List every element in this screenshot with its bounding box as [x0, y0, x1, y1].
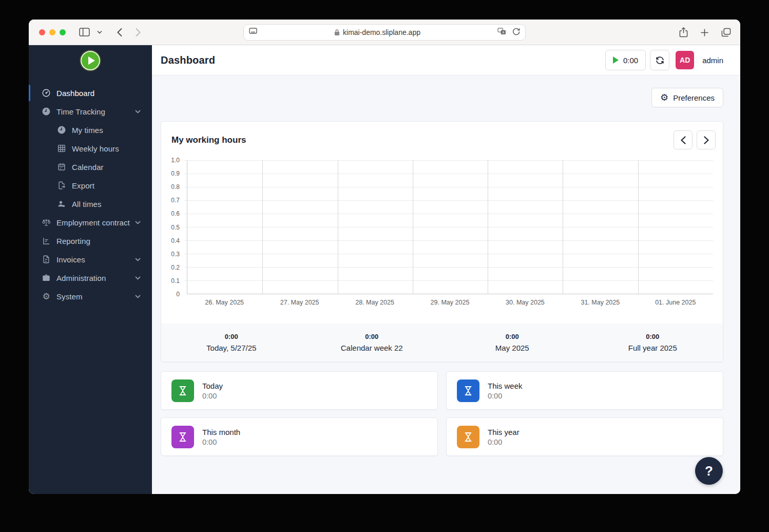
gridline — [184, 254, 713, 254]
sidebar: Dashboard Time Tracking — [29, 45, 152, 494]
stat-label: This week — [488, 382, 523, 390]
stat-label: This month — [202, 428, 240, 436]
sidebar-item-label: Calendar — [72, 163, 104, 172]
x-tick-label: 26. May 2025 — [187, 299, 262, 306]
sidebar-item-reporting[interactable]: Reporting — [29, 232, 152, 250]
x-tick-label: 30. May 2025 — [488, 299, 563, 306]
y-tick-label: 0.4 — [171, 237, 180, 244]
sidebar-item-label: My times — [72, 126, 103, 135]
urlbar-actions: a — [497, 27, 520, 37]
working-hours-card: My working hours — [161, 121, 723, 362]
gridline — [184, 200, 713, 201]
sidebar-item-system[interactable]: ⚙ System — [29, 287, 152, 306]
sidebar-item-export[interactable]: Export — [29, 176, 152, 195]
stat-text: This week 0:00 — [488, 382, 523, 400]
page-format-icon[interactable] — [249, 28, 257, 37]
sidebar-item-calendar[interactable]: Calendar — [29, 158, 152, 176]
desktop-background: kimai-demo.sliplane.app a — [0, 0, 769, 532]
sidebar-item-administration[interactable]: Administration — [29, 269, 152, 287]
hourglass-icon — [171, 379, 194, 402]
chevron-left-icon — [681, 136, 686, 144]
reload-icon[interactable] — [512, 27, 520, 37]
sidebar-item-label: All times — [72, 200, 102, 208]
new-tab-icon[interactable] — [700, 28, 709, 37]
url-text-group: kimai-demo.sliplane.app — [257, 28, 497, 36]
gridline — [184, 267, 713, 268]
sidebar-item-label: Administration — [56, 274, 106, 282]
gridline — [184, 187, 713, 187]
users-icon — [56, 199, 67, 208]
tab-group-chevron-icon[interactable] — [97, 30, 102, 34]
gridline — [184, 280, 713, 281]
stat-label: This year — [488, 428, 520, 436]
gridline — [184, 214, 713, 214]
summary-month: 0:00 May 2025 — [442, 333, 583, 352]
tab-overview-icon[interactable] — [721, 28, 731, 37]
sidebar-item-weekly-hours[interactable]: Weekly hours — [29, 139, 152, 158]
user-name[interactable]: admin — [702, 56, 723, 65]
chevron-down-icon — [135, 276, 141, 280]
x-tick-label: 28. May 2025 — [337, 299, 412, 306]
refresh-button[interactable] — [650, 50, 669, 70]
refresh-icon — [655, 55, 665, 65]
stat-value: 0:00 — [488, 392, 523, 400]
preferences-button[interactable]: ⚙ Preferences — [651, 88, 723, 107]
sidebar-item-all-times[interactable]: All times — [29, 195, 152, 213]
y-axis-labels: 1.0 0.9 0.8 0.7 0.6 0.5 0.4 0.3 0.2 0.1 — [161, 160, 184, 294]
gear-icon: ⚙ — [41, 292, 51, 301]
hourglass-icon — [457, 379, 479, 402]
svg-text:a: a — [502, 30, 504, 34]
stat-text: This year 0:00 — [488, 428, 520, 446]
summary-label: May 2025 — [442, 344, 583, 352]
zoom-window-button[interactable] — [60, 29, 66, 35]
close-window-button[interactable] — [39, 29, 45, 35]
sidebar-item-employment-contract[interactable]: Employment contract — [29, 213, 152, 232]
sidebar-item-my-times[interactable]: My times — [29, 121, 152, 139]
x-tick-label: 29. May 2025 — [412, 299, 487, 306]
x-tick-label: 01. June 2025 — [638, 299, 713, 306]
x-tick-label: 27. May 2025 — [262, 299, 337, 306]
browser-chrome: kimai-demo.sliplane.app a — [29, 20, 740, 45]
address-bar[interactable]: kimai-demo.sliplane.app a — [243, 24, 526, 41]
minimize-window-button[interactable] — [49, 29, 55, 35]
file-export-icon — [56, 181, 67, 190]
stat-card-this-month: This month 0:00 — [161, 417, 438, 456]
summary-week: 0:00 Calendar week 22 — [302, 333, 443, 352]
y-tick-label: 0.5 — [171, 224, 180, 231]
app-frame: Dashboard Time Tracking — [29, 45, 740, 494]
share-icon[interactable] — [679, 27, 688, 37]
sidebar-item-invoices[interactable]: Invoices — [29, 250, 152, 269]
summary-year: 0:00 Full year 2025 — [583, 333, 723, 352]
app-logo[interactable] — [29, 45, 152, 84]
card-title: My working hours — [171, 135, 246, 145]
sidebar-toggle-icon[interactable] — [79, 28, 90, 36]
clock-icon — [56, 125, 67, 135]
chevron-down-icon — [135, 295, 141, 298]
sidebar-item-label: Employment contract — [56, 218, 130, 227]
translate-icon[interactable]: a — [497, 28, 506, 37]
sidebar-item-dashboard[interactable]: Dashboard — [29, 84, 152, 102]
start-timer-button[interactable]: 0:00 — [605, 50, 646, 70]
stat-card-this-week: This week 0:00 — [446, 371, 723, 410]
previous-period-button[interactable] — [674, 130, 693, 149]
briefcase-icon — [41, 273, 51, 282]
summary-value: 0:00 — [583, 333, 723, 340]
stat-card-this-year: This year 0:00 — [446, 417, 723, 456]
forward-button-icon[interactable] — [135, 28, 141, 37]
y-tick-label: 0.1 — [171, 277, 180, 284]
y-tick-label: 0.3 — [171, 251, 180, 258]
sidebar-item-label: Export — [72, 181, 94, 190]
summary-today: 0:00 Today, 5/27/25 — [161, 333, 302, 352]
next-period-button[interactable] — [697, 130, 716, 149]
sidebar-item-time-tracking[interactable]: Time Tracking — [29, 102, 152, 121]
user-avatar[interactable]: AD — [676, 51, 694, 69]
gridline — [184, 160, 713, 161]
y-tick-label: 0.7 — [171, 197, 180, 204]
x-tick-label: 31. May 2025 — [563, 299, 638, 306]
gridline — [638, 160, 639, 294]
window-controls — [39, 29, 66, 35]
back-button-icon[interactable] — [117, 28, 123, 37]
sidebar-item-label: Reporting — [56, 237, 90, 245]
help-button[interactable]: ? — [695, 457, 723, 485]
browser-window: kimai-demo.sliplane.app a — [29, 20, 740, 494]
